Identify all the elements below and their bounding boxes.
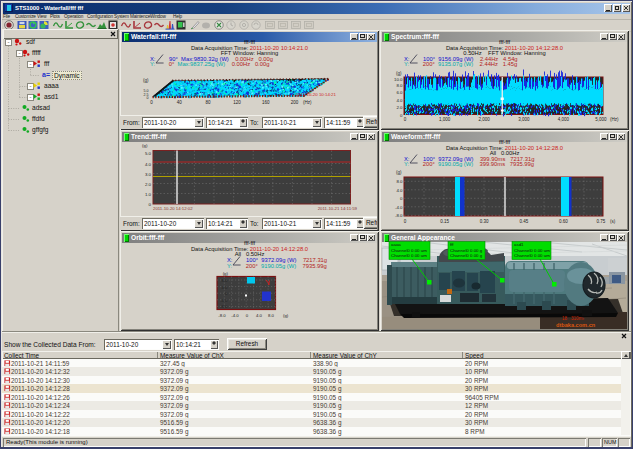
svg-text:-8.0: -8.0	[220, 304, 228, 309]
svg-text:-4.0: -4.0	[231, 313, 239, 318]
svg-text:Channel0 0.00 g: Channel0 0.00 g	[450, 248, 483, 253]
svg-text:(g): (g)	[283, 313, 289, 318]
svg-text:-8.0: -8.0	[218, 313, 226, 318]
svg-text:aaaa: aaaa	[391, 242, 401, 247]
svg-text:dtbaka.com.cn: dtbaka.com.cn	[556, 322, 596, 328]
svg-text:Channel0 0.00 g: Channel0 0.00 g	[450, 253, 483, 258]
svg-text:0: 0	[246, 313, 249, 318]
svg-text:Channel0 0.00 um: Channel0 0.00 um	[391, 248, 427, 253]
svg-text:Channel0 0.00 um: Channel0 0.00 um	[514, 253, 550, 258]
svg-text:asd1: asd1	[514, 242, 524, 247]
svg-text:Channel0 0.00 um: Channel0 0.00 um	[514, 248, 550, 253]
svg-text:8.0: 8.0	[222, 278, 229, 283]
svg-text:Channel0 0.00 um: Channel0 0.00 um	[391, 253, 427, 258]
svg-text:(g): (g)	[223, 271, 229, 276]
svg-text:8.0: 8.0	[268, 313, 275, 318]
svg-text:4.0: 4.0	[256, 313, 263, 318]
svg-text:-4.0: -4.0	[220, 298, 228, 303]
svg-text:18 310m›: 18 310m›	[562, 316, 584, 321]
svg-text:4.0: 4.0	[222, 285, 229, 290]
